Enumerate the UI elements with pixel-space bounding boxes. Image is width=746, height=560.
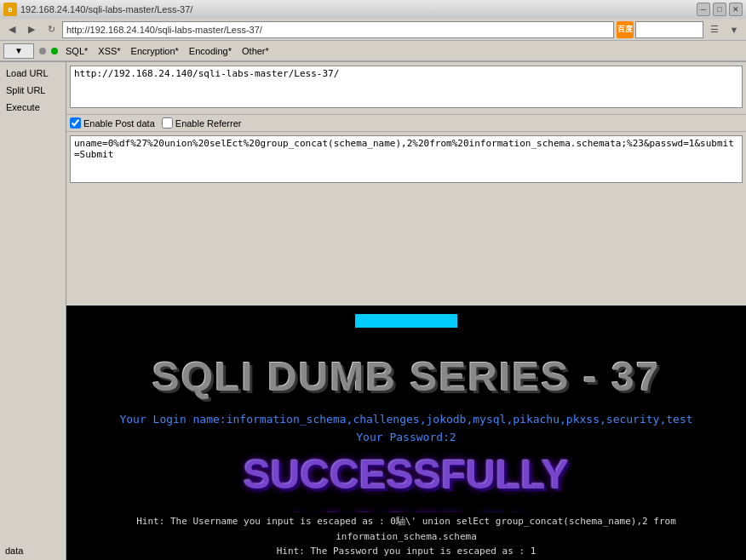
status-dot-gray <box>39 48 46 54</box>
web-content: SQLI DUMB SERIES - 37 Your Login name:in… <box>66 306 746 560</box>
refresh-button[interactable]: ↻ <box>43 21 60 38</box>
back-button[interactable]: ◀ <box>3 21 20 38</box>
window-title: 192.168.24.140/sqli-labs-master/Less-37/ <box>20 4 697 14</box>
maximize-button[interactable]: □ <box>713 3 726 16</box>
minimize-button[interactable]: ─ <box>697 3 710 16</box>
left-panel: Load URL Split URL Execute data <box>0 62 66 560</box>
hint-line2: Hint: The Password you input is escaped … <box>70 544 743 559</box>
execute-button[interactable]: Execute <box>2 100 64 115</box>
menu-encoding[interactable]: Encoding* <box>186 45 234 57</box>
menu-encryption[interactable]: Encryption* <box>129 45 181 57</box>
submit-area <box>66 314 746 328</box>
hint-line1: Hint: The Username you input is escaped … <box>70 514 743 544</box>
enable-referrer-label[interactable]: Enable Referrer <box>162 117 242 129</box>
submit-button[interactable] <box>355 314 457 328</box>
enable-referrer-checkbox[interactable] <box>162 117 173 129</box>
close-button[interactable]: ✕ <box>729 3 743 16</box>
url-input[interactable]: http://192.168.24.140/sqli-labs-master/L… <box>70 66 743 108</box>
url-area: http://192.168.24.140/sqli-labs-master/L… <box>66 62 746 114</box>
enable-post-checkbox[interactable] <box>70 117 81 129</box>
svg-text:B: B <box>8 7 12 13</box>
status-dot-green <box>51 48 58 54</box>
data-input[interactable]: uname=0%df%27%20union%20selEct%20group_c… <box>70 135 743 183</box>
main-area: Load URL Split URL Execute data http://1… <box>0 62 746 560</box>
data-area: uname=0%df%27%20union%20selEct%20group_c… <box>66 132 746 306</box>
address-bar[interactable] <box>62 21 614 38</box>
search-engine-icon: 百度 <box>617 21 634 38</box>
split-url-button[interactable]: Split URL <box>2 83 64 98</box>
browser-chrome: B 192.168.24.140/sqli-labs-master/Less-3… <box>0 0 746 62</box>
checkbox-row: Enable Post data Enable Referrer <box>66 114 746 132</box>
nav-bar: ◀ ▶ ↻ 百度 ☰ ▼ <box>0 19 746 41</box>
success-line1: SUCCESSFULLY <box>244 453 569 498</box>
window-controls[interactable]: ─ □ ✕ <box>697 3 743 16</box>
login-name-text: Your Login name:information_schema,chall… <box>119 413 692 426</box>
right-panel: http://192.168.24.140/sqli-labs-master/L… <box>66 62 746 560</box>
data-label: data <box>2 544 64 557</box>
search-input[interactable] <box>635 21 703 38</box>
menu-sql[interactable]: SQL* <box>63 45 90 57</box>
search-area: 百度 <box>617 21 703 38</box>
hint-bar: Hint: The Username you input is escaped … <box>66 512 746 560</box>
password-text: Your Password:2 <box>356 431 456 443</box>
menu-xss[interactable]: XSS* <box>95 45 123 57</box>
enable-post-label[interactable]: Enable Post data <box>70 117 155 129</box>
toolbar: ▼ SQL* XSS* Encryption* Encoding* Other* <box>0 41 746 61</box>
title-bar: B 192.168.24.140/sqli-labs-master/Less-3… <box>0 0 746 19</box>
toolbar-dropdown[interactable]: ▼ <box>3 43 34 59</box>
nav-extra-button2[interactable]: ▼ <box>726 21 743 38</box>
series-title: SQLI DUMB SERIES - 37 <box>152 353 661 400</box>
nav-extra-button[interactable]: ☰ <box>706 21 723 38</box>
menu-other[interactable]: Other* <box>239 45 272 57</box>
forward-button[interactable]: ▶ <box>23 21 40 38</box>
load-url-button[interactable]: Load URL <box>2 66 64 81</box>
browser-favicon: B <box>3 3 17 16</box>
